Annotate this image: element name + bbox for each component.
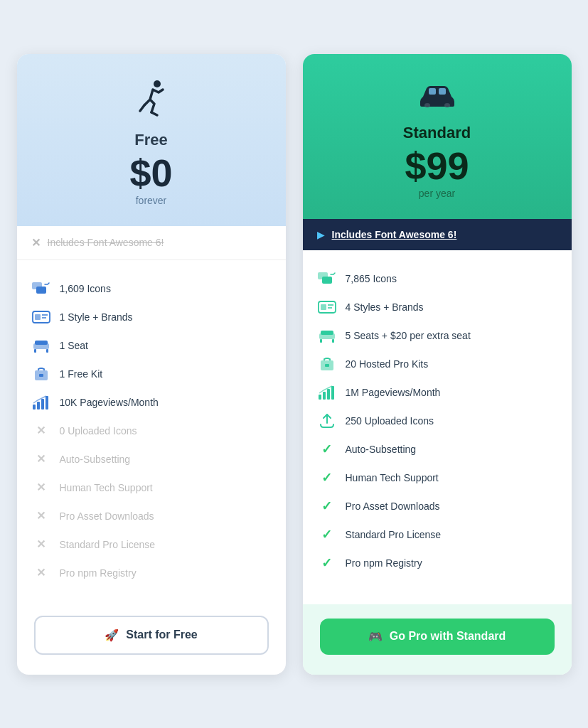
fa-banner-play-icon: ▶ [317, 229, 325, 240]
free-fa-banner-text: Includes Font Awesome 6! [48, 237, 164, 248]
std-pageviews-feature-icon [317, 385, 337, 400]
svg-rect-33 [319, 395, 321, 400]
free-feature-styles: 1 Style + Brands [31, 303, 272, 331]
std-upload-feature-icon [317, 413, 337, 429]
upload-x-icon: ✕ [31, 423, 51, 439]
standard-icons-text: 7,865 Icons [346, 273, 397, 284]
standard-feature-styles: 4 Styles + Brands [317, 293, 557, 321]
standard-fa-banner[interactable]: ▶ Includes Font Awesome 6! [303, 219, 572, 250]
standard-feature-autosubset: ✓ Auto-Subsetting [317, 435, 557, 464]
free-license-text: Standard Pro License [60, 539, 156, 550]
autosubset-x-icon: ✕ [31, 451, 51, 467]
svg-rect-2 [36, 287, 46, 294]
standard-feature-downloads: ✓ Pro Asset Downloads [317, 492, 557, 520]
free-plan-header: Free $0 forever [17, 54, 286, 226]
svg-rect-16 [46, 396, 48, 410]
svg-rect-12 [39, 374, 43, 377]
svg-rect-17 [424, 103, 430, 107]
std-styles-feature-icon [317, 299, 337, 315]
free-plan-price: $0 [34, 154, 269, 192]
standard-feature-upload: 250 Uploaded Icons [317, 407, 557, 435]
svg-point-0 [154, 80, 161, 87]
standard-plan-icon [320, 77, 555, 118]
standard-cta-label: Go Pro with Standard [390, 630, 506, 643]
free-feature-kit: 1 Free Kit [31, 360, 272, 388]
svg-rect-4 [35, 314, 41, 320]
standard-feature-icons: 7,865 Icons [317, 264, 557, 293]
standard-cta-gamepad-icon: 🎮 [368, 630, 383, 643]
free-support-text: Human Tech Support [60, 482, 153, 493]
free-seat-text: 1 Seat [60, 340, 88, 351]
svg-rect-9 [34, 349, 36, 353]
license-x-icon: ✕ [31, 537, 51, 552]
free-fa-banner: ✕ Includes Font Awesome 6! [17, 226, 286, 260]
standard-fa-banner-text: Includes Font Awesome 6! [332, 229, 457, 240]
pageviews-feature-icon [31, 395, 51, 410]
kit-feature-icon [31, 366, 51, 382]
svg-rect-19 [429, 88, 436, 95]
standard-plan-header: Standard $99 per year [303, 54, 572, 219]
license-check-icon: ✓ [317, 527, 337, 542]
standard-npm-text: Pro npm Registry [346, 557, 422, 569]
free-npm-text: Pro npm Registry [60, 567, 137, 579]
free-feature-icons: 1,609 Icons [31, 274, 272, 303]
standard-license-text: Standard Pro License [346, 529, 442, 540]
svg-rect-8 [35, 341, 48, 345]
npm-x-icon: ✕ [31, 565, 51, 581]
standard-feature-kits: 20 Hosted Pro Kits [317, 350, 557, 378]
standard-features-list: 7,865 Icons 4 Styles + Brands [303, 250, 572, 604]
std-kit-feature-icon [317, 356, 337, 372]
standard-pageviews-text: 1M Pageviews/Month [346, 387, 441, 398]
free-feature-seat: 1 Seat [31, 331, 272, 360]
standard-feature-npm: ✓ Pro npm Registry [317, 549, 557, 577]
free-cta-rocket-icon: 🚀 [105, 628, 119, 642]
standard-cta-button[interactable]: 🎮 Go Pro with Standard [320, 619, 555, 655]
support-check-icon: ✓ [317, 470, 337, 486]
free-feature-npm: ✕ Pro npm Registry [31, 559, 272, 587]
free-upload-text: 0 Uploaded Icons [60, 425, 137, 437]
standard-cta-area: 🎮 Go Pro with Standard [303, 604, 572, 675]
svg-rect-10 [46, 349, 48, 353]
downloads-x-icon: ✕ [31, 508, 51, 524]
standard-kits-text: 20 Hosted Pro Kits [346, 358, 429, 370]
standard-styles-text: 4 Styles + Brands [346, 301, 424, 313]
svg-rect-36 [331, 386, 334, 400]
svg-rect-32 [325, 364, 329, 367]
free-autosubset-text: Auto-Subsetting [60, 454, 131, 465]
svg-rect-18 [444, 103, 450, 107]
free-feature-autosubset: ✕ Auto-Subsetting [31, 445, 272, 473]
standard-support-text: Human Tech Support [346, 472, 439, 483]
free-plan-name: Free [34, 131, 269, 149]
standard-seats-text: 5 Seats + $20 per extra seat [346, 330, 471, 341]
svg-rect-28 [321, 331, 333, 335]
free-feature-license: ✕ Standard Pro License [31, 530, 272, 559]
free-feature-support: ✕ Human Tech Support [31, 473, 272, 502]
free-icons-text: 1,609 Icons [60, 283, 111, 294]
standard-plan-price: $99 [320, 146, 555, 185]
free-cta-button[interactable]: 🚀 Start for Free [34, 616, 269, 655]
standard-plan-period: per year [320, 188, 555, 199]
standard-plan-card: Standard $99 per year ▶ Includes Font Aw… [303, 54, 572, 675]
seat-feature-icon [31, 338, 51, 353]
standard-feature-support: ✓ Human Tech Support [317, 464, 557, 492]
free-plan-icon [34, 77, 269, 125]
standard-feature-pageviews: 1M Pageviews/Month [317, 378, 557, 407]
standard-feature-seats: 5 Seats + $20 per extra seat [317, 321, 557, 350]
free-features-list: 1,609 Icons 1 Style + Brands [17, 260, 286, 601]
std-icons-feature-icon [317, 271, 337, 287]
svg-rect-15 [41, 399, 44, 410]
standard-autosubset-text: Auto-Subsetting [346, 444, 417, 455]
free-kit-text: 1 Free Kit [60, 368, 103, 380]
svg-rect-13 [33, 405, 36, 410]
std-seat-feature-icon [317, 328, 337, 343]
svg-rect-34 [323, 392, 326, 400]
free-styles-text: 1 Style + Brands [60, 311, 133, 323]
svg-rect-20 [439, 88, 446, 95]
styles-feature-icon [31, 309, 51, 325]
icons-feature-icon [31, 281, 51, 296]
standard-plan-name: Standard [320, 124, 555, 142]
free-feature-upload: ✕ 0 Uploaded Icons [31, 417, 272, 445]
autosubset-check-icon: ✓ [317, 441, 337, 457]
free-feature-downloads: ✕ Pro Asset Downloads [31, 502, 272, 530]
downloads-check-icon: ✓ [317, 498, 337, 514]
